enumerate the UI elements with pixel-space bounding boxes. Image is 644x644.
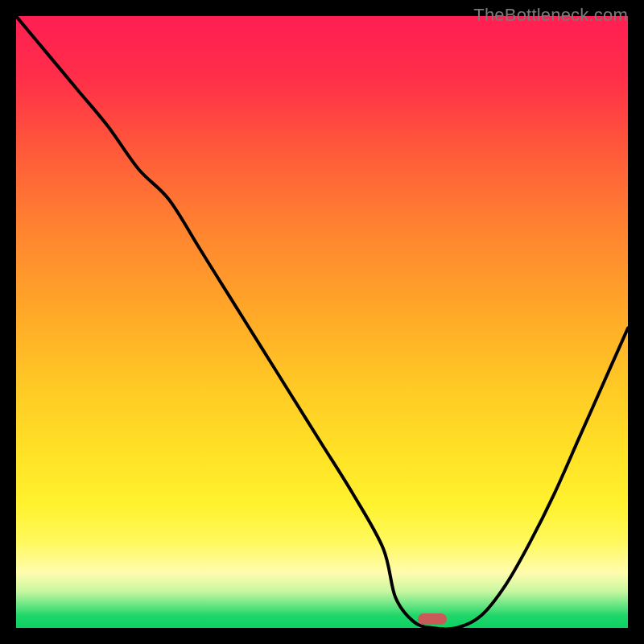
chart-svg	[16, 16, 628, 628]
optimal-marker	[418, 613, 447, 625]
curve-path	[16, 16, 628, 628]
watermark-text: TheBottleneck.com	[473, 5, 628, 26]
plot-area	[16, 16, 628, 628]
